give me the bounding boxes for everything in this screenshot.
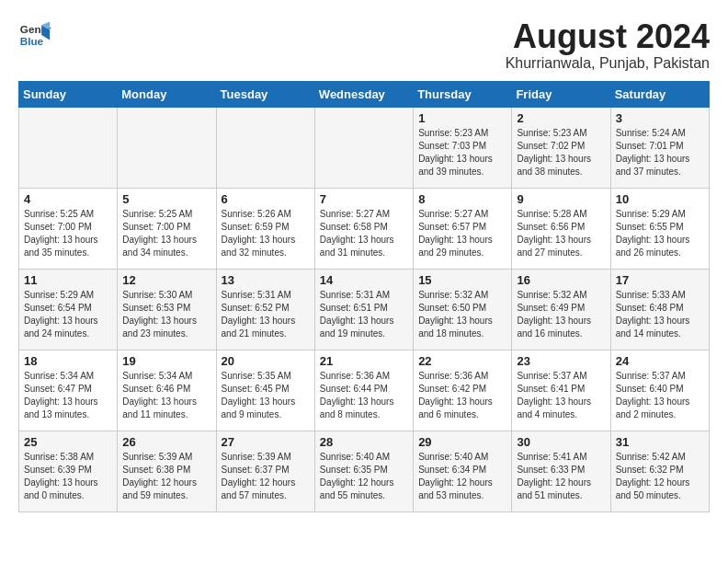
day-number: 13 [222,273,310,287]
calendar-cell: 1Sunrise: 5:23 AM Sunset: 7:03 PM Daylig… [414,107,512,188]
day-info: Sunrise: 5:29 AM Sunset: 6:54 PM Dayligh… [24,289,112,340]
day-number: 24 [616,354,704,368]
day-header-saturday: Saturday [610,81,709,107]
calendar-cell: 21Sunrise: 5:36 AM Sunset: 6:44 PM Dayli… [314,350,413,431]
calendar-cell: 9Sunrise: 5:28 AM Sunset: 6:56 PM Daylig… [512,188,610,269]
day-info: Sunrise: 5:33 AM Sunset: 6:48 PM Dayligh… [616,289,704,340]
day-number: 25 [24,435,112,449]
calendar-cell: 28Sunrise: 5:40 AM Sunset: 6:35 PM Dayli… [314,431,413,511]
day-number: 15 [418,273,506,287]
day-info: Sunrise: 5:42 AM Sunset: 6:32 PM Dayligh… [616,451,704,502]
calendar-cell: 22Sunrise: 5:36 AM Sunset: 6:42 PM Dayli… [414,350,512,431]
day-info: Sunrise: 5:40 AM Sunset: 6:35 PM Dayligh… [320,451,408,502]
day-info: Sunrise: 5:34 AM Sunset: 6:46 PM Dayligh… [122,370,210,421]
logo-icon: General Blue [18,18,51,52]
calendar-cell: 29Sunrise: 5:40 AM Sunset: 6:34 PM Dayli… [414,431,512,511]
day-info: Sunrise: 5:30 AM Sunset: 6:53 PM Dayligh… [122,289,210,340]
calendar-cell: 31Sunrise: 5:42 AM Sunset: 6:32 PM Dayli… [610,431,709,511]
day-info: Sunrise: 5:37 AM Sunset: 6:40 PM Dayligh… [616,370,704,421]
day-info: Sunrise: 5:27 AM Sunset: 6:57 PM Dayligh… [418,208,506,259]
day-info: Sunrise: 5:34 AM Sunset: 6:47 PM Dayligh… [24,370,112,421]
day-info: Sunrise: 5:26 AM Sunset: 6:59 PM Dayligh… [222,208,310,259]
day-info: Sunrise: 5:23 AM Sunset: 7:02 PM Dayligh… [517,127,605,178]
day-number: 19 [122,354,210,368]
day-number: 16 [517,273,605,287]
day-number: 4 [24,192,112,206]
calendar-cell: 15Sunrise: 5:32 AM Sunset: 6:50 PM Dayli… [414,269,512,350]
day-number: 6 [222,192,310,206]
day-number: 18 [24,354,112,368]
calendar-cell: 11Sunrise: 5:29 AM Sunset: 6:54 PM Dayli… [19,269,118,350]
day-info: Sunrise: 5:28 AM Sunset: 6:56 PM Dayligh… [517,208,605,259]
calendar-cell: 13Sunrise: 5:31 AM Sunset: 6:52 PM Dayli… [216,269,314,350]
calendar-cell: 7Sunrise: 5:27 AM Sunset: 6:58 PM Daylig… [314,188,413,269]
day-info: Sunrise: 5:39 AM Sunset: 6:37 PM Dayligh… [222,451,310,502]
calendar-cell: 27Sunrise: 5:39 AM Sunset: 6:37 PM Dayli… [216,431,314,511]
day-number: 10 [616,192,704,206]
day-number: 28 [320,435,408,449]
day-number: 22 [418,354,506,368]
day-number: 17 [616,273,704,287]
day-number: 21 [320,354,408,368]
day-info: Sunrise: 5:39 AM Sunset: 6:38 PM Dayligh… [122,451,210,502]
location-subtitle: Khurrianwala, Punjab, Pakistan [506,55,710,72]
day-number: 7 [320,192,408,206]
calendar-cell: 24Sunrise: 5:37 AM Sunset: 6:40 PM Dayli… [610,350,709,431]
day-number: 5 [122,192,210,206]
calendar-cell: 30Sunrise: 5:41 AM Sunset: 6:33 PM Dayli… [512,431,610,511]
day-info: Sunrise: 5:31 AM Sunset: 6:52 PM Dayligh… [222,289,310,340]
day-number: 3 [616,111,704,125]
day-info: Sunrise: 5:23 AM Sunset: 7:03 PM Dayligh… [418,127,506,178]
day-number: 31 [616,435,704,449]
calendar-cell [118,107,216,188]
day-header-tuesday: Tuesday [216,81,314,107]
calendar-cell: 20Sunrise: 5:35 AM Sunset: 6:45 PM Dayli… [216,350,314,431]
logo: General Blue [18,18,51,52]
day-header-wednesday: Wednesday [314,81,413,107]
calendar-cell: 19Sunrise: 5:34 AM Sunset: 6:46 PM Dayli… [118,350,216,431]
page-header: General Blue August 2024 Khurrianwala, P… [18,18,710,72]
calendar-table: SundayMondayTuesdayWednesdayThursdayFrid… [18,81,710,512]
day-info: Sunrise: 5:35 AM Sunset: 6:45 PM Dayligh… [222,370,310,421]
calendar-cell [314,107,413,188]
day-number: 26 [122,435,210,449]
day-info: Sunrise: 5:40 AM Sunset: 6:34 PM Dayligh… [418,451,506,502]
day-number: 9 [517,192,605,206]
calendar-cell [19,107,118,188]
calendar-cell [216,107,314,188]
day-info: Sunrise: 5:32 AM Sunset: 6:49 PM Dayligh… [517,289,605,340]
day-number: 30 [517,435,605,449]
calendar-week-row: 18Sunrise: 5:34 AM Sunset: 6:47 PM Dayli… [19,350,710,431]
day-number: 27 [222,435,310,449]
day-number: 14 [320,273,408,287]
calendar-week-row: 1Sunrise: 5:23 AM Sunset: 7:03 PM Daylig… [19,107,710,188]
day-info: Sunrise: 5:25 AM Sunset: 7:00 PM Dayligh… [24,208,112,259]
calendar-cell: 25Sunrise: 5:38 AM Sunset: 6:39 PM Dayli… [19,431,118,511]
day-info: Sunrise: 5:29 AM Sunset: 6:55 PM Dayligh… [616,208,704,259]
day-info: Sunrise: 5:36 AM Sunset: 6:42 PM Dayligh… [418,370,506,421]
calendar-cell: 6Sunrise: 5:26 AM Sunset: 6:59 PM Daylig… [216,188,314,269]
day-number: 12 [122,273,210,287]
calendar-cell: 14Sunrise: 5:31 AM Sunset: 6:51 PM Dayli… [314,269,413,350]
day-info: Sunrise: 5:41 AM Sunset: 6:33 PM Dayligh… [517,451,605,502]
day-info: Sunrise: 5:37 AM Sunset: 6:41 PM Dayligh… [517,370,605,421]
calendar-cell: 2Sunrise: 5:23 AM Sunset: 7:02 PM Daylig… [512,107,610,188]
day-number: 2 [517,111,605,125]
day-number: 8 [418,192,506,206]
day-number: 23 [517,354,605,368]
calendar-cell: 3Sunrise: 5:24 AM Sunset: 7:01 PM Daylig… [610,107,709,188]
calendar-cell: 23Sunrise: 5:37 AM Sunset: 6:41 PM Dayli… [512,350,610,431]
title-block: August 2024 Khurrianwala, Punjab, Pakist… [506,18,710,72]
calendar-header-row: SundayMondayTuesdayWednesdayThursdayFrid… [19,81,710,107]
calendar-cell: 12Sunrise: 5:30 AM Sunset: 6:53 PM Dayli… [118,269,216,350]
calendar-cell: 8Sunrise: 5:27 AM Sunset: 6:57 PM Daylig… [414,188,512,269]
calendar-cell: 5Sunrise: 5:25 AM Sunset: 7:00 PM Daylig… [118,188,216,269]
svg-text:Blue: Blue [20,35,44,47]
day-info: Sunrise: 5:24 AM Sunset: 7:01 PM Dayligh… [616,127,704,178]
day-header-monday: Monday [118,81,216,107]
day-number: 11 [24,273,112,287]
calendar-cell: 26Sunrise: 5:39 AM Sunset: 6:38 PM Dayli… [118,431,216,511]
calendar-cell: 16Sunrise: 5:32 AM Sunset: 6:49 PM Dayli… [512,269,610,350]
month-year-title: August 2024 [506,18,710,55]
day-info: Sunrise: 5:25 AM Sunset: 7:00 PM Dayligh… [122,208,210,259]
